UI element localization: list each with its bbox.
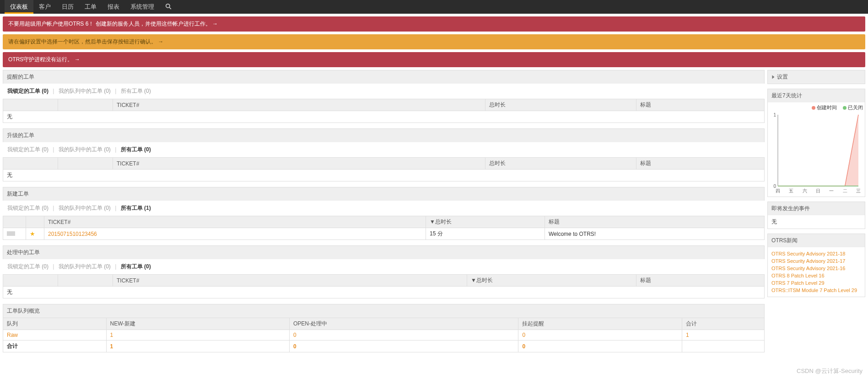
col-subject[interactable]: 标题 <box>636 158 765 170</box>
table-row-none: 无 <box>3 170 765 181</box>
sidebar-settings-toggle[interactable]: 设置 <box>768 70 865 84</box>
col-open[interactable]: OPEN-处理中 <box>289 318 518 330</box>
col-blank2[interactable] <box>58 99 113 111</box>
col-subject[interactable]: 标题 <box>545 216 765 228</box>
none-text: 无 <box>3 287 765 298</box>
reminder-table: TICKET# 总时长 标题 无 <box>3 99 765 123</box>
news-link[interactable]: OTRS::ITSM Module 7 Patch Level 29 <box>771 287 861 294</box>
col-ticketnum[interactable]: TICKET# <box>113 275 467 287</box>
cell-queue[interactable]: Raw <box>3 330 107 341</box>
svg-text:五: 五 <box>789 188 793 193</box>
widget-newticket-title: 新建工单 <box>3 187 765 201</box>
filter-mylocked[interactable]: 我锁定的工单 (0) <box>7 263 49 271</box>
filter-mylocked[interactable]: 我锁定的工单 (0) <box>7 87 49 95</box>
sidebar-settings: 设置 <box>767 70 865 84</box>
star-icon[interactable]: ★ <box>30 230 35 237</box>
cell-total[interactable]: 1 <box>682 330 765 341</box>
filter-mylocked[interactable]: 我锁定的工单 (0) <box>7 146 49 154</box>
col-age[interactable]: ▼总时长 <box>426 216 545 228</box>
col-new[interactable]: NEW-新建 <box>106 318 289 330</box>
widget-queueoverview: 工单队列概览 队列 NEW-新建 OPEN-处理中 挂起提醒 合计 Raw 1 … <box>3 304 765 352</box>
legend-created: 创建时间 <box>817 105 837 110</box>
none-text: 无 <box>3 170 765 181</box>
widget-reminder: 提醒的工单 我锁定的工单 (0) | 我的队列中的工单 (0) | 所有工单 (… <box>3 70 765 123</box>
flag-icon[interactable] <box>7 231 15 236</box>
widget-open-filterbar: 我锁定的工单 (0) | 我的队列中的工单 (0) | 所有工单 (0) <box>3 259 765 274</box>
news-link[interactable]: OTRS Security Advisory 2021-17 <box>771 257 861 265</box>
svg-line-1 <box>169 7 171 9</box>
news-link[interactable]: OTRS Security Advisory 2021-16 <box>771 265 861 272</box>
sidebar-stats7-title: 最近7天统计 <box>768 89 865 102</box>
news-link[interactable]: OTRS 7 Patch Level 29 <box>771 279 861 287</box>
nav-tab-report[interactable]: 报表 <box>102 0 125 14</box>
nav-tab-calendar[interactable]: 日历 <box>56 0 79 14</box>
cell-queue: 合计 <box>3 341 107 352</box>
filter-all[interactable]: 所有工单 (1) <box>121 204 151 212</box>
col-ticketnum[interactable]: TICKET# <box>44 216 426 228</box>
sidebar-stats7: 最近7天统计 创建时间 已关闭 01四五六日一二三 <box>767 89 865 197</box>
banner-timezone-warning[interactable]: 请在偏好设置中选择一个时区，然后单击保存按钮进行确认。 → <box>3 34 865 49</box>
cell-open[interactable]: 0 <box>289 330 518 341</box>
stats7-chart: 01四五六日一二三 <box>770 112 861 194</box>
filter-myqueue[interactable]: 我的队列中的工单 (0) <box>59 87 111 95</box>
escalated-table: TICKET# 总时长 标题 无 <box>3 157 765 181</box>
cell-open[interactable]: 0 <box>289 341 518 352</box>
widget-open-title: 处理中的工单 <box>3 245 765 259</box>
svg-point-0 <box>166 4 170 7</box>
filter-mylocked[interactable]: 我锁定的工单 (0) <box>7 204 49 212</box>
sidebar: 设置 最近7天统计 创建时间 已关闭 01四五六日一二三 即将发生的事件 无 O… <box>767 67 868 304</box>
filter-all[interactable]: 所有工单 (0) <box>121 146 151 154</box>
filter-myqueue[interactable]: 我的队列中的工单 (0) <box>59 204 111 212</box>
widget-escalated: 升级的工单 我锁定的工单 (0) | 我的队列中的工单 (0) | 所有工单 (… <box>3 128 765 181</box>
banner-superuser-warning[interactable]: 不要用超级用户帐户使用OTRS 6！ 创建新的服务人员，并使用这些帐户进行工作。… <box>3 16 865 32</box>
col-total[interactable]: 合计 <box>682 318 765 330</box>
sidebar-news-title: OTRS新闻 <box>768 234 865 247</box>
widget-reminder-title: 提醒的工单 <box>3 70 765 84</box>
filter-all[interactable]: 所有工单 (0) <box>121 263 151 271</box>
cell-ticketnum[interactable]: 2015071510123456 <box>44 228 426 240</box>
widget-open: 处理中的工单 我锁定的工单 (0) | 我的队列中的工单 (0) | 所有工单 … <box>3 245 765 298</box>
cell-new[interactable]: 1 <box>106 341 289 352</box>
search-icon[interactable] <box>160 3 177 11</box>
cell-pending[interactable]: 0 <box>518 330 682 341</box>
legend-dot-closed-icon <box>843 106 846 110</box>
svg-text:1: 1 <box>773 112 776 117</box>
col-subject[interactable]: 标题 <box>636 99 765 111</box>
col-age[interactable]: 总时长 <box>485 158 636 170</box>
svg-text:六: 六 <box>803 188 807 193</box>
nav-tab-admin[interactable]: 系统管理 <box>125 0 160 14</box>
table-row[interactable]: ★ 2015071510123456 15 分 Welcome to OTRS! <box>3 228 765 240</box>
main-column: 提醒的工单 我锁定的工单 (0) | 我的队列中的工单 (0) | 所有工单 (… <box>0 67 767 361</box>
news-link[interactable]: OTRS 8 Patch Level 16 <box>771 272 861 279</box>
news-link[interactable]: OTRS Security Advisory 2021-18 <box>771 250 861 257</box>
legend-dot-created-icon <box>812 106 815 110</box>
table-row-none: 无 <box>3 111 765 123</box>
col-subject[interactable]: 标题 <box>636 275 765 287</box>
filter-myqueue[interactable]: 我的队列中的工单 (0) <box>59 146 111 154</box>
col-queue[interactable]: 队列 <box>3 318 107 330</box>
banner-daemon-warning[interactable]: OTRS守护进程没有运行。 → <box>3 52 865 67</box>
nav-tab-dashboard[interactable]: 仪表板 <box>5 0 33 14</box>
col-blank1[interactable] <box>3 99 58 111</box>
filter-myqueue[interactable]: 我的队列中的工单 (0) <box>59 263 111 271</box>
nav-tab-ticket[interactable]: 工单 <box>79 0 102 14</box>
sidebar-upcoming-title: 即将发生的事件 <box>768 202 865 215</box>
svg-text:一: 一 <box>829 188 834 193</box>
cell-star[interactable]: ★ <box>26 228 44 240</box>
col-ticketnum[interactable]: TICKET# <box>113 99 485 111</box>
cell-age: 15 分 <box>426 228 545 240</box>
nav-tab-customer[interactable]: 客户 <box>33 0 56 14</box>
cell-pending[interactable]: 0 <box>518 341 682 352</box>
widget-escalated-title: 升级的工单 <box>3 128 765 142</box>
col-ticketnum[interactable]: TICKET# <box>113 158 485 170</box>
col-age[interactable]: 总时长 <box>485 99 636 111</box>
cell-total <box>682 341 765 352</box>
table-row-total: 合计 1 0 0 <box>3 341 765 352</box>
col-pending[interactable]: 挂起提醒 <box>518 318 682 330</box>
table-row[interactable]: Raw 1 0 0 1 <box>3 330 765 341</box>
col-age[interactable]: ▼总时长 <box>467 275 636 287</box>
cell-new[interactable]: 1 <box>106 330 289 341</box>
cell-flag[interactable] <box>3 228 26 240</box>
news-list: OTRS Security Advisory 2021-18 OTRS Secu… <box>768 247 865 297</box>
filter-all[interactable]: 所有工单 (0) <box>121 87 151 95</box>
